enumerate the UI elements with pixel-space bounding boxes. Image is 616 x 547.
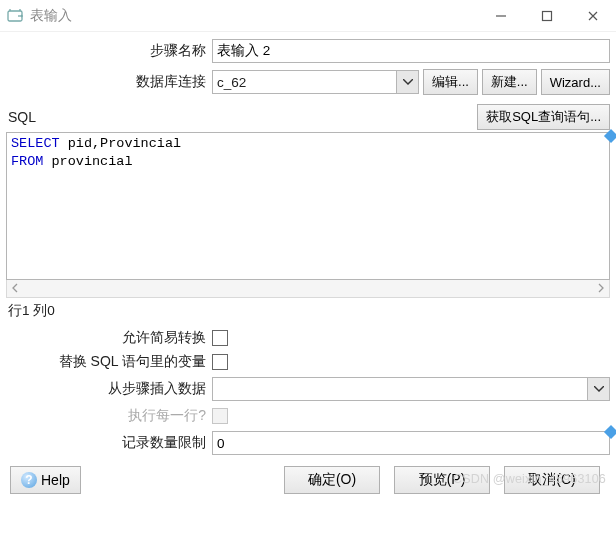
preview-button[interactable]: 预览(P) — [394, 466, 490, 494]
row-sql-header: SQL 获取SQL查询语句... — [6, 104, 610, 130]
title-bar: 表输入 — [0, 0, 616, 32]
row-replace-vars: 替换 SQL 语句里的变量 — [6, 353, 610, 371]
insert-from-step-select[interactable] — [212, 377, 610, 401]
label-exec-each-row: 执行每一行? — [6, 407, 212, 425]
cancel-button[interactable]: 取消(C) — [504, 466, 600, 494]
app-icon — [6, 7, 24, 25]
wizard-button[interactable]: Wizard... — [541, 69, 610, 95]
label-step-name: 步骤名称 — [6, 42, 212, 60]
replace-vars-checkbox[interactable] — [212, 354, 228, 370]
db-conn-select[interactable]: c_62 — [212, 70, 419, 94]
label-record-limit: 记录数量限制 — [6, 434, 212, 452]
cursor-position-status: 行1 列0 — [8, 302, 610, 320]
ok-button[interactable]: 确定(O) — [284, 466, 380, 494]
sql-kw-from: FROM — [11, 154, 43, 169]
h-scrollbar[interactable] — [6, 280, 610, 298]
new-conn-button[interactable]: 新建... — [482, 69, 537, 95]
row-step-name: 步骤名称 — [6, 39, 610, 63]
label-db-conn: 数据库连接 — [6, 73, 212, 91]
svg-rect-2 — [543, 11, 552, 20]
db-conn-value: c_62 — [213, 73, 396, 92]
dialog-body: 步骤名称 数据库连接 c_62 编辑... 新建... Wizard... — [0, 32, 616, 547]
label-allow-simple: 允许简易转换 — [6, 329, 212, 347]
label-insert-from-step: 从步骤插入数据 — [6, 380, 212, 398]
row-record-limit: 记录数量限制 — [6, 431, 610, 455]
row-insert-from-step: 从步骤插入数据 — [6, 377, 610, 401]
exec-each-row-checkbox — [212, 408, 228, 424]
row-exec-each-row: 执行每一行? — [6, 407, 610, 425]
scroll-right-icon[interactable] — [597, 281, 605, 296]
dialog-window: 表输入 步骤名称 数据库连接 c_62 — [0, 0, 616, 547]
help-button[interactable]: ? Help — [10, 466, 81, 494]
sql-cols: pid,Provincial — [60, 136, 182, 151]
help-icon: ? — [21, 472, 37, 488]
sql-editor[interactable]: SELECT pid,Provincial FROM provincial — [6, 132, 610, 280]
chevron-down-icon[interactable] — [587, 378, 609, 400]
close-button[interactable] — [570, 0, 616, 32]
maximize-button[interactable] — [524, 0, 570, 32]
minimize-button[interactable] — [478, 0, 524, 32]
get-sql-button[interactable]: 获取SQL查询语句... — [477, 104, 610, 130]
window-title: 表输入 — [30, 7, 72, 25]
help-label: Help — [41, 472, 70, 488]
label-sql: SQL — [6, 109, 36, 125]
step-name-input[interactable] — [212, 39, 610, 63]
row-allow-simple: 允许简易转换 — [6, 329, 610, 347]
bottom-button-bar: ? Help 确定(O) 预览(P) 取消(C) CSDN @weixin_45… — [6, 458, 610, 502]
sql-editor-wrap: SELECT pid,Provincial FROM provincial — [6, 132, 610, 298]
edit-conn-button[interactable]: 编辑... — [423, 69, 478, 95]
insert-from-step-value — [213, 387, 587, 391]
record-limit-input[interactable] — [212, 431, 610, 455]
sql-table: provincial — [43, 154, 132, 169]
label-replace-vars: 替换 SQL 语句里的变量 — [6, 353, 212, 371]
allow-simple-checkbox[interactable] — [212, 330, 228, 346]
scroll-left-icon[interactable] — [11, 281, 19, 296]
row-db-conn: 数据库连接 c_62 编辑... 新建... Wizard... — [6, 69, 610, 95]
chevron-down-icon[interactable] — [396, 71, 418, 93]
sql-kw-select: SELECT — [11, 136, 60, 151]
